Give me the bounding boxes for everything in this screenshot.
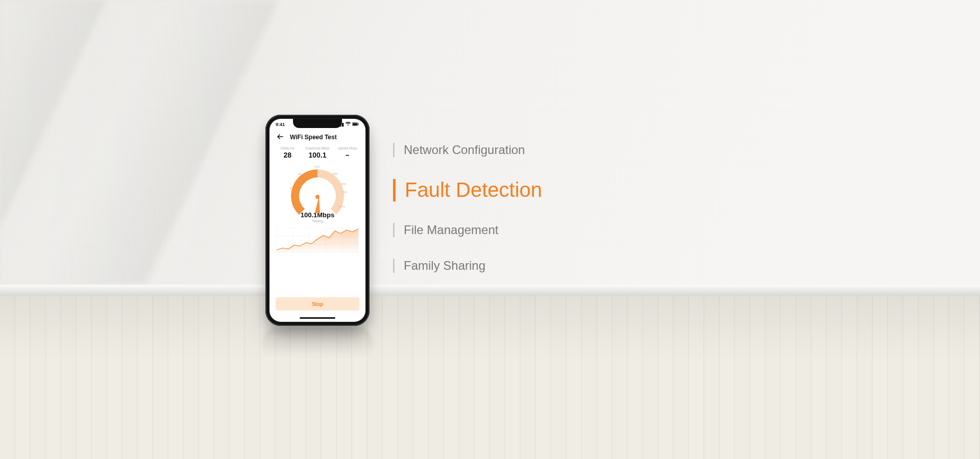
phone-screen: 9:41 ▮▮▮▮ WiFi Speed Test Delay ms 28: [270, 119, 365, 322]
feature-label: Family Sharing: [404, 259, 485, 273]
gauge-tick-0: 0: [292, 205, 293, 208]
feature-item-1[interactable]: Fault Detection: [393, 178, 542, 201]
feature-bar-icon: [393, 179, 396, 201]
baseboard: [0, 285, 980, 296]
gauge-center-dot: [315, 195, 320, 199]
speed-gauge: 0 5 50 100 250 500 750 1000: [287, 165, 348, 210]
back-arrow-icon[interactable]: [277, 133, 284, 141]
wifi-icon: [346, 122, 351, 127]
stop-button-label: Stop: [312, 301, 323, 307]
feature-bar-icon: [393, 223, 395, 237]
phone-mockup: 9:41 ▮▮▮▮ WiFi Speed Test Delay ms 28: [265, 115, 370, 326]
metric-delay-label: Delay ms: [273, 146, 303, 150]
feature-bar-icon: [393, 259, 395, 273]
metric-upload-label: Upload Mbps: [332, 146, 362, 150]
feature-list: Network ConfigurationFault DetectionFile…: [393, 143, 542, 273]
metric-upload: Upload Mbps –: [332, 146, 362, 159]
stop-button[interactable]: Stop: [276, 297, 359, 311]
gauge-tick-1000: 1000: [338, 205, 345, 208]
metric-download-value: 100.1: [303, 151, 333, 159]
speed-sparkline: [276, 227, 359, 253]
phone-shadow: [262, 327, 373, 358]
metric-delay-value: 28: [273, 151, 303, 159]
home-indicator: [300, 317, 335, 319]
metrics-row: Delay ms 28 Download Mbps 100.1 Upload M…: [270, 146, 365, 161]
feature-bar-icon: [393, 143, 395, 157]
svg-rect-1: [353, 123, 357, 125]
phone-notch: [293, 119, 342, 128]
gauge-tick-100: 100: [314, 165, 320, 168]
metric-upload-value: –: [332, 151, 362, 159]
feature-label: Fault Detection: [405, 178, 542, 201]
metric-download: Download Mbps 100.1: [303, 146, 333, 159]
status-time: 9:41: [276, 122, 285, 127]
gauge-tick-5: 5: [290, 187, 291, 190]
floor: [0, 296, 980, 459]
feature-item-0[interactable]: Network Configuration: [393, 143, 542, 157]
feature-item-3[interactable]: Family Sharing: [393, 259, 542, 273]
app-title: WiFi Speed Test: [290, 134, 337, 141]
feature-label: File Management: [404, 223, 498, 237]
gauge-tick-250: 250: [333, 172, 338, 175]
app-header: WiFi Speed Test: [270, 130, 365, 146]
feature-label: Network Configuration: [404, 143, 525, 157]
battery-icon: [352, 122, 359, 127]
metric-delay: Delay ms 28: [273, 146, 303, 159]
gauge-tick-500: 500: [341, 183, 346, 186]
gauge-tick-750: 750: [342, 191, 347, 194]
gauge-tick-50: 50: [298, 172, 302, 175]
feature-item-2[interactable]: File Management: [393, 223, 542, 237]
svg-rect-2: [358, 123, 359, 125]
metric-download-label: Download Mbps: [303, 146, 333, 150]
